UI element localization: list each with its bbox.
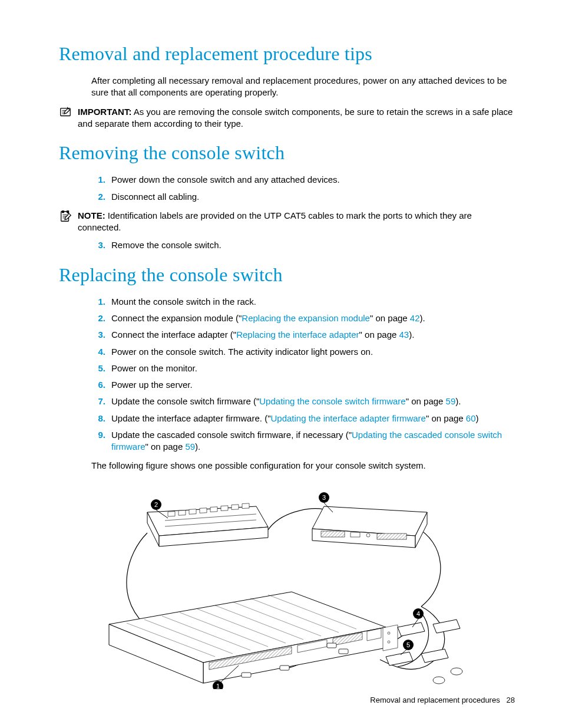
replacing-step-3: Connect the interface adapter ("Replacin… [109, 329, 515, 341]
svg-point-35 [388, 641, 390, 643]
s2-pre: Connect the expansion module (" [111, 313, 242, 323]
svg-rect-14 [200, 508, 207, 513]
note-text: Identification labels are provided on th… [78, 210, 472, 232]
replacing-step-4: Power on the console switch. The activit… [109, 346, 515, 358]
link-adapter-firmware[interactable]: Updating the interface adapter firmware [270, 413, 425, 423]
heading-replacing: Replacing the console switch [59, 262, 515, 288]
s8-pre: Update the interface adapter firmware. (… [111, 413, 270, 423]
s7-pre: Update the console switch firmware (" [111, 396, 259, 406]
s2-post: ). [420, 313, 425, 323]
tips-intro-paragraph: After completing all necessary removal a… [91, 75, 515, 99]
svg-text:4: 4 [416, 610, 420, 617]
svg-rect-18 [242, 503, 249, 509]
heading-removing: Removing the console switch [59, 140, 515, 166]
svg-rect-25 [377, 533, 406, 539]
note-label: NOTE: [78, 210, 105, 220]
important-callout: IMPORTANT: As you are removing the conso… [59, 106, 515, 130]
svg-rect-23 [351, 532, 360, 537]
svg-text:2: 2 [154, 501, 158, 508]
svg-rect-51 [280, 666, 289, 670]
s3-mid: " on page [359, 330, 399, 340]
s7-mid: " on page [406, 396, 446, 406]
page-ref-59b[interactable]: 59 [185, 442, 195, 452]
figure-caption: The following figure shows one possible … [91, 460, 515, 472]
page-ref-59a[interactable]: 59 [446, 396, 456, 406]
document-page: Removal and replacement procedure tips A… [0, 0, 562, 728]
svg-text:1: 1 [216, 683, 220, 689]
link-console-firmware[interactable]: Updating the console switch firmware [259, 396, 405, 406]
page-ref-42[interactable]: 42 [410, 313, 420, 323]
svg-text:5: 5 [406, 641, 410, 648]
note-icon [59, 210, 72, 226]
heading-tips: Removal and replacement procedure tips [59, 41, 515, 67]
diagram-rack-server [109, 592, 398, 683]
s9-mid: " on page [146, 442, 186, 452]
page-ref-60[interactable]: 60 [466, 413, 476, 423]
important-icon [59, 106, 72, 123]
svg-marker-45 [398, 622, 425, 636]
diagram-console-switch-top [312, 506, 427, 548]
svg-marker-46 [433, 620, 460, 633]
diagram-expansion-module [147, 503, 268, 546]
svg-rect-12 [178, 510, 186, 515]
replacing-step-7: Update the console switch firmware ("Upd… [109, 396, 515, 407]
footer-section: Removal and replacement procedures [370, 696, 500, 704]
note-callout: NOTE: Identification labels are provided… [59, 210, 515, 234]
footer-page-number: 28 [507, 696, 515, 704]
replacing-step-2: Connect the expansion module ("Replacing… [109, 312, 515, 324]
page-footer: Removal and replacement procedures 28 [370, 695, 515, 706]
replacing-step-8: Update the interface adapter firmware. (… [109, 413, 515, 424]
replacing-step-5: Power on the monitor. [109, 363, 515, 374]
link-interface-adapter[interactable]: Replacing the interface adapter [236, 330, 359, 340]
removing-steps-1-2: Power down the console switch and any at… [91, 174, 515, 203]
removing-step-1: Power down the console switch and any at… [109, 174, 515, 186]
svg-rect-50 [339, 649, 348, 654]
s8-mid: " on page [426, 413, 466, 423]
configuration-diagram: 2 3 1 4 5 [91, 477, 468, 689]
removing-step-3: Remove the console switch. [109, 239, 515, 251]
s2-mid: " on page [370, 313, 410, 323]
replacing-steps: Mount the console switch in the rack. Co… [91, 296, 515, 453]
replacing-step-6: Power up the server. [109, 379, 515, 391]
svg-point-24 [366, 533, 370, 537]
removing-steps-3: Remove the console switch. [91, 239, 515, 251]
svg-marker-48 [421, 649, 448, 663]
svg-rect-2 [62, 211, 64, 213]
svg-rect-11 [168, 511, 175, 516]
replacing-step-9: Update the cascaded console switch firmw… [109, 429, 515, 453]
link-expansion-module[interactable]: Replacing the expansion module [242, 313, 370, 323]
svg-text:3: 3 [322, 494, 326, 501]
svg-rect-13 [189, 509, 196, 514]
important-label: IMPORTANT: [78, 107, 131, 117]
removing-step-2: Disconnect all cabling. [109, 191, 515, 203]
s3-post: ). [409, 330, 414, 340]
important-text: As you are removing the console switch c… [78, 107, 513, 129]
s7-post: ). [455, 396, 461, 406]
svg-rect-16 [221, 505, 228, 510]
s9-pre: Update the cascaded console switch firmw… [111, 430, 352, 440]
svg-point-54 [433, 677, 445, 684]
replacing-step-1: Mount the console switch in the rack. [109, 296, 515, 308]
svg-rect-52 [242, 673, 251, 677]
s3-pre: Connect the interface adapter (" [111, 330, 236, 340]
svg-rect-49 [327, 643, 336, 648]
s8-post: ) [476, 413, 479, 423]
s9-post: ). [195, 442, 200, 452]
svg-marker-33 [383, 625, 398, 651]
svg-rect-22 [321, 531, 345, 537]
svg-rect-15 [210, 506, 217, 512]
svg-rect-17 [232, 504, 239, 509]
page-ref-43[interactable]: 43 [399, 330, 409, 340]
svg-point-53 [451, 668, 462, 675]
svg-point-34 [388, 632, 390, 634]
